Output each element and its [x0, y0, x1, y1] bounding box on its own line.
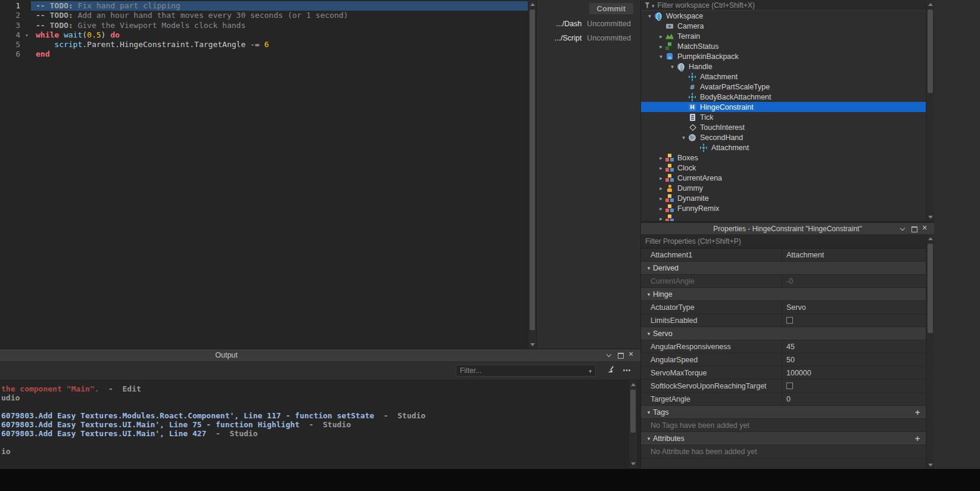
explorer-item-camera[interactable]: Camera	[641, 21, 926, 31]
explorer-item-touchinterest[interactable]: TouchInterest	[641, 122, 926, 132]
line-number[interactable]: 4	[0, 30, 23, 40]
fold-column[interactable]	[23, 49, 31, 59]
fold-arrow-icon[interactable]	[23, 30, 31, 40]
explorer-item-workspace[interactable]: Workspace	[641, 11, 926, 21]
explorer-filter-input[interactable]: Filter workspace (Ctrl+Shift+X)	[641, 0, 934, 11]
explorer-item-currentarena[interactable]: CurrentArena	[641, 173, 926, 183]
scrollbar-thumb[interactable]	[928, 10, 933, 93]
property-value[interactable]: Attachment	[782, 248, 926, 261]
explorer-item-dynamite[interactable]: Dynamite	[641, 193, 926, 203]
scrollbar-thumb[interactable]	[630, 390, 636, 433]
add-tag-button[interactable]	[914, 408, 921, 417]
collapse-arrow-icon[interactable]	[657, 54, 665, 60]
section-servo[interactable]: Servo	[641, 327, 926, 340]
dropdown-caret-icon[interactable]	[589, 366, 592, 375]
property-row-angularspeed[interactable]: AngularSpeed 50	[641, 353, 926, 366]
explorer-item-clock[interactable]: Clock	[641, 163, 926, 173]
line-number[interactable]: 6	[0, 49, 23, 59]
code-line[interactable]: 4 while wait(0.5) do	[0, 30, 528, 40]
explorer-item-bodybackattachment[interactable]: BodyBackAttachment	[641, 92, 926, 102]
limits-enabled-checkbox[interactable]	[786, 317, 793, 324]
code-line[interactable]: 6 end	[0, 49, 528, 59]
softlock-checkbox[interactable]	[786, 383, 793, 389]
explorer-item-attachment[interactable]: Attachment	[641, 142, 926, 153]
explorer-item-terrain[interactable]: Terrain	[641, 31, 926, 41]
section-tags[interactable]: Tags	[641, 406, 926, 419]
fold-column[interactable]	[23, 1, 31, 11]
add-attribute-button[interactable]	[914, 434, 921, 443]
explorer-item-pumpkinbackpack[interactable]: PumpkinBackpack	[641, 51, 926, 61]
draft-item[interactable]: .../Dash Uncommitted	[537, 17, 640, 31]
expand-arrow-icon[interactable]	[657, 185, 665, 191]
code-area[interactable]: 1 -- TODO: Fix hand part clipping 2 -- T…	[0, 0, 528, 60]
filter-funnel-icon[interactable]	[645, 2, 650, 8]
properties-header[interactable]: Properties - HingeConstraint "HingeConst…	[641, 223, 934, 234]
scrollbar-thumb[interactable]	[928, 244, 933, 333]
collapse-arrow-icon[interactable]	[680, 135, 687, 141]
explorer-item-funnyremix[interactable]: FunnyRemix	[641, 203, 926, 213]
explorer-item-attachment[interactable]: Attachment	[641, 72, 926, 82]
property-row-targetangle[interactable]: TargetAngle 0	[641, 393, 926, 406]
section-derived[interactable]: Derived	[641, 262, 926, 275]
explorer-item-dummy[interactable]: Dummy	[641, 183, 926, 193]
line-number[interactable]: 5	[0, 40, 23, 49]
scroll-up-icon[interactable]	[926, 0, 934, 8]
chevron-down-icon[interactable]	[900, 226, 906, 232]
collapse-arrow-icon[interactable]	[645, 265, 653, 271]
property-value[interactable]: 100000	[782, 366, 926, 379]
output-line[interactable]: 6079803.Add Easy Textures.UI.Main', Line…	[1, 420, 640, 429]
output-line[interactable]: 6079803.Add Easy Textures.UI.Main', Line…	[1, 429, 640, 438]
commit-button[interactable]: Commit	[589, 3, 633, 14]
expand-arrow-icon[interactable]	[657, 195, 665, 201]
draft-item[interactable]: .../Script Uncommitted	[537, 31, 640, 45]
scroll-up-icon[interactable]	[528, 0, 536, 8]
output-log[interactable]: the component "Main". - Edit udio 607980…	[0, 380, 640, 469]
filter-caret-icon[interactable]	[652, 1, 655, 10]
collapse-arrow-icon[interactable]	[668, 64, 676, 70]
property-value[interactable]: 45	[782, 340, 926, 353]
clear-output-icon[interactable]	[606, 366, 615, 375]
explorer-item-secondhand[interactable]: SecondHand	[641, 132, 926, 142]
scroll-down-icon[interactable]	[629, 459, 637, 468]
code-line[interactable]: 3 -- TODO: Give the Viewport Models cloc…	[0, 21, 528, 30]
output-vertical-scrollbar[interactable]	[629, 380, 637, 468]
property-value[interactable]: 0	[782, 393, 926, 405]
explorer-vertical-scrollbar[interactable]	[926, 0, 934, 221]
collapse-arrow-icon[interactable]	[646, 13, 654, 19]
expand-arrow-icon[interactable]	[657, 175, 665, 181]
script-editor[interactable]: 1 -- TODO: Fix hand part clipping 2 -- T…	[0, 0, 536, 349]
property-value[interactable]: 50	[782, 353, 926, 366]
explorer-tree[interactable]: Workspace Camera Terrain MatchStatus Pum…	[641, 11, 926, 221]
properties-filter-input[interactable]: Filter Properties (Ctrl+Shift+P)	[641, 234, 934, 248]
explorer-item-handle[interactable]: Handle	[641, 61, 926, 72]
property-row-angularresponsiveness[interactable]: AngularResponsiveness 45	[641, 340, 926, 353]
fold-column[interactable]	[23, 40, 31, 49]
property-row-limitsenabled[interactable]: LimitsEnabled	[641, 314, 926, 327]
scrollbar-thumb[interactable]	[530, 10, 535, 330]
collapse-arrow-icon[interactable]	[645, 331, 653, 337]
scroll-down-icon[interactable]	[926, 213, 934, 221]
scroll-down-icon[interactable]	[528, 340, 536, 349]
explorer-item-hingeconstraint[interactable]: HingeConstraint	[641, 102, 926, 112]
scroll-down-icon[interactable]	[926, 461, 934, 469]
line-number[interactable]: 2	[0, 11, 23, 20]
property-row-currentangle[interactable]: CurrentAngle -0	[641, 275, 926, 288]
explorer-item-matchstatus[interactable]: MatchStatus	[641, 41, 926, 51]
explorer-item-tick[interactable]: Tick	[641, 112, 926, 122]
explorer-item-boxes[interactable]: Boxes	[641, 153, 926, 163]
editor-vertical-scrollbar[interactable]	[528, 0, 536, 349]
expand-arrow-icon[interactable]	[657, 43, 665, 49]
property-row-actuatortype[interactable]: ActuatorType Servo	[641, 301, 926, 314]
float-window-icon[interactable]	[911, 226, 917, 232]
chevron-down-icon[interactable]	[606, 352, 612, 358]
scroll-up-icon[interactable]	[629, 380, 637, 389]
float-window-icon[interactable]	[617, 352, 623, 358]
explorer-item-partial[interactable]	[641, 213, 926, 221]
output-header[interactable]: Output	[0, 349, 640, 361]
scroll-up-icon[interactable]	[926, 234, 934, 243]
collapse-arrow-icon[interactable]	[645, 409, 653, 415]
expand-arrow-icon[interactable]	[657, 155, 665, 161]
collapse-arrow-icon[interactable]	[645, 436, 653, 442]
section-attributes[interactable]: Attributes	[641, 432, 926, 445]
property-row-softlockservo[interactable]: SoftlockServoUponReachingTarget	[641, 380, 926, 393]
